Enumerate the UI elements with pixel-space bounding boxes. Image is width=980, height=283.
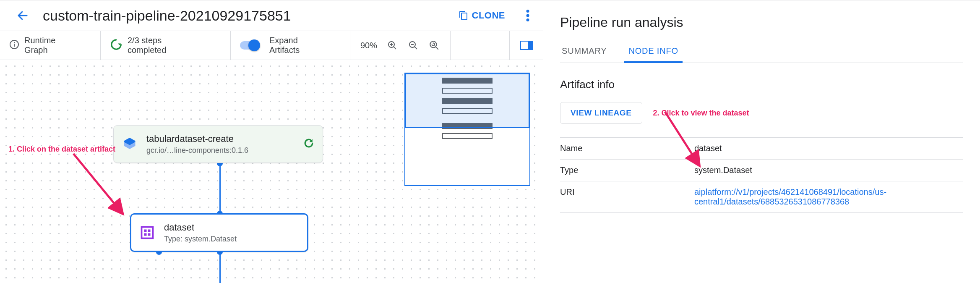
svg-point-1 <box>526 14 529 17</box>
edge <box>219 163 221 214</box>
node-tabulardataset-create[interactable]: tabulardataset-create gcr.io/…line-compo… <box>113 125 323 163</box>
svg-rect-4 <box>14 44 15 47</box>
dataset-uri-link[interactable]: aiplatform://v1/projects/462141068491/lo… <box>694 187 886 206</box>
clone-label: CLONE <box>472 10 506 21</box>
component-icon <box>121 136 138 152</box>
dataset-icon <box>139 224 156 241</box>
steps-completed-label: 2/3 steps completed <box>128 36 166 55</box>
steps-progress-icon <box>110 38 122 53</box>
svg-point-13 <box>430 41 436 47</box>
annotation-arrow-2 <box>661 110 724 177</box>
node-dataset-artifact[interactable]: dataset Type: system.Dataset <box>130 213 308 252</box>
runtime-graph-label: Runtime Graph <box>24 36 55 55</box>
pipeline-title: custom-train-pipeline-20210929175851 <box>43 8 291 24</box>
toggle-side-panel-button[interactable] <box>520 41 533 50</box>
tab-summary[interactable]: SUMMARY <box>560 41 608 63</box>
info-icon <box>9 39 19 52</box>
svg-point-2 <box>526 18 529 21</box>
svg-rect-5 <box>14 42 15 43</box>
kv-row-name: Name dataset <box>560 137 963 160</box>
kv-row-type: Type system.Dataset <box>560 160 963 181</box>
expand-artifacts-toggle[interactable] <box>240 41 259 50</box>
view-lineage-button[interactable]: VIEW LINEAGE <box>560 102 642 124</box>
node-title: dataset <box>164 222 300 233</box>
svg-rect-18 <box>144 233 147 236</box>
svg-rect-16 <box>144 230 147 232</box>
pipeline-canvas[interactable]: tabulardataset-create gcr.io/…line-compo… <box>0 60 543 283</box>
svg-line-14 <box>435 47 438 50</box>
kv-key: URI <box>560 187 694 207</box>
kv-row-uri: URI aiplatform://v1/projects/46214106849… <box>560 181 963 213</box>
expand-artifacts-label: Expand Artifacts <box>269 36 300 55</box>
svg-point-0 <box>526 10 529 13</box>
panel-tabs: SUMMARY NODE INFO <box>560 41 963 63</box>
arrow-back-icon <box>16 9 29 22</box>
node-subtitle: gcr.io/…line-components:0.1.6 <box>146 146 302 155</box>
more-menu-button[interactable] <box>518 5 538 26</box>
node-subtitle: Type: system.Dataset <box>164 234 300 244</box>
minimap[interactable] <box>404 73 530 186</box>
artifact-properties: Name dataset Type system.Dataset URI aip… <box>560 137 963 213</box>
svg-rect-15 <box>142 227 153 238</box>
clone-icon <box>459 10 469 21</box>
svg-line-11 <box>414 47 417 49</box>
back-button[interactable] <box>13 5 33 26</box>
svg-rect-19 <box>148 233 151 236</box>
panel-title: Pipeline run analysis <box>560 15 963 30</box>
zoom-out-button[interactable] <box>407 39 419 51</box>
zoom-percent-label: 90% <box>360 41 377 50</box>
annotation-arrow-1 <box>71 152 138 223</box>
edge <box>219 252 221 283</box>
more-vert-icon <box>526 10 529 21</box>
svg-line-20 <box>73 154 122 212</box>
kv-val: dataset <box>694 144 963 153</box>
svg-line-21 <box>665 112 699 164</box>
minimap-viewport[interactable] <box>405 73 529 128</box>
clone-button[interactable]: CLONE <box>453 7 511 24</box>
kv-val: system.Dataset <box>694 165 963 175</box>
retry-icon[interactable] <box>302 137 315 151</box>
node-title: tabulardataset-create <box>146 133 302 145</box>
section-artifact-info: Artifact info <box>560 78 963 91</box>
svg-rect-17 <box>148 230 151 232</box>
svg-line-7 <box>394 47 396 49</box>
zoom-in-button[interactable] <box>386 39 398 51</box>
zoom-reset-button[interactable] <box>428 39 440 51</box>
tab-node-info[interactable]: NODE INFO <box>627 41 680 63</box>
